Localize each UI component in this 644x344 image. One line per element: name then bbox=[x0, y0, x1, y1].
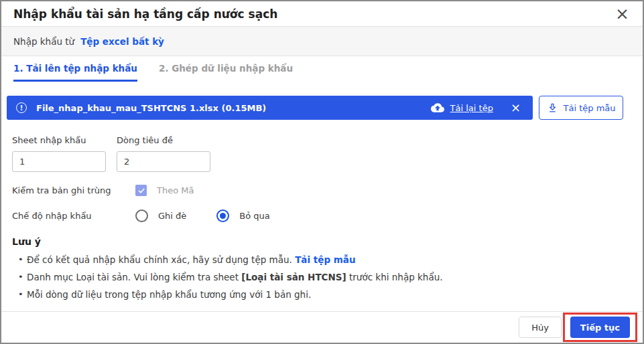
radio-overwrite[interactable] bbox=[135, 209, 148, 222]
download-template-label: Tải tệp mẫu bbox=[564, 103, 616, 113]
dialog-footer: Hủy Tiếp tục bbox=[1, 311, 643, 343]
uploaded-file-name: File_nhap_khau_mau_TSHTCNS 1.xlsx (0.15M… bbox=[36, 103, 431, 113]
import-mode-row: Chế độ nhập khẩu Ghi đè Bỏ qua bbox=[12, 209, 632, 222]
duplicate-check-label: Kiểm tra bản ghi trùng bbox=[12, 185, 135, 195]
download-icon bbox=[547, 102, 558, 114]
notes-section: Lưu ý Để có kết quả nhập khẩu chính xác,… bbox=[12, 236, 632, 300]
import-dialog: Nhập khẩu tài sản hạ tầng cấp nước sạch … bbox=[0, 0, 644, 344]
notes-heading: Lưu ý bbox=[12, 236, 632, 247]
import-source-row: Nhập khẩu từ Tệp excel bất kỳ bbox=[1, 27, 643, 56]
notes-list: Để có kết quả nhập khẩu chính xác, hãy s… bbox=[12, 254, 632, 300]
cloud-upload-icon bbox=[431, 101, 444, 114]
radio-skip-label[interactable]: Bỏ qua bbox=[239, 211, 269, 221]
header-row-label: Dòng tiêu đề bbox=[117, 135, 210, 145]
sheet-settings: Sheet nhập khẩu Dòng tiêu đề bbox=[12, 135, 632, 172]
note-template-link[interactable]: Tải tệp mẫu bbox=[295, 254, 355, 265]
duplicate-check-row: Kiểm tra bản ghi trùng Theo Mã bbox=[12, 185, 632, 196]
info-icon: ! bbox=[16, 102, 27, 113]
note-item: Danh mục Loại tài sản. Vui lòng kiểm tra… bbox=[12, 272, 632, 282]
theo-ma-checkbox bbox=[135, 185, 147, 196]
radio-skip[interactable] bbox=[216, 209, 229, 222]
import-mode-label: Chế độ nhập khẩu bbox=[12, 211, 135, 221]
sheet-label: Sheet nhập khẩu bbox=[12, 135, 106, 145]
radio-overwrite-label[interactable]: Ghi đè bbox=[158, 211, 186, 221]
reload-file-link[interactable]: Tải lại tệp bbox=[450, 103, 493, 113]
download-template-button[interactable]: Tải tệp mẫu bbox=[539, 96, 623, 120]
remove-file-icon[interactable]: × bbox=[511, 102, 521, 113]
dialog-title: Nhập khẩu tài sản hạ tầng cấp nước sạch bbox=[13, 7, 277, 21]
import-source-label: Nhập khẩu từ bbox=[13, 36, 74, 47]
theo-ma-label: Theo Mã bbox=[157, 185, 194, 195]
import-source-link[interactable]: Tệp excel bất kỳ bbox=[80, 36, 164, 47]
note-item: Mỗi dòng dữ liệu trong tệp nhập khẩu tươ… bbox=[12, 289, 632, 300]
dialog-header: Nhập khẩu tài sản hạ tầng cấp nước sạch … bbox=[1, 1, 643, 27]
file-row: ! File_nhap_khau_mau_TSHTCNS 1.xlsx (0.1… bbox=[7, 96, 623, 120]
note-item: Để có kết quả nhập khẩu chính xác, hãy s… bbox=[12, 254, 632, 265]
header-row-input[interactable] bbox=[117, 151, 210, 172]
cancel-button[interactable]: Hủy bbox=[519, 317, 562, 338]
continue-button[interactable]: Tiếp tục bbox=[570, 317, 630, 338]
sheet-field: Sheet nhập khẩu bbox=[12, 135, 106, 172]
uploaded-file-bar: ! File_nhap_khau_mau_TSHTCNS 1.xlsx (0.1… bbox=[7, 96, 533, 120]
close-icon[interactable]: × bbox=[615, 7, 629, 21]
red-highlight-annotation: Tiếp tục bbox=[563, 313, 637, 342]
sheet-input[interactable] bbox=[12, 151, 106, 172]
check-icon bbox=[137, 187, 145, 195]
header-row-field: Dòng tiêu đề bbox=[117, 135, 210, 172]
tab-upload-file[interactable]: 1. Tải lên tệp nhập khẩu bbox=[13, 63, 137, 82]
wizard-tabs: 1. Tải lên tệp nhập khẩu 2. Ghép dữ liệu… bbox=[1, 56, 643, 82]
tab-map-data[interactable]: 2. Ghép dữ liệu nhập khẩu bbox=[159, 63, 293, 82]
